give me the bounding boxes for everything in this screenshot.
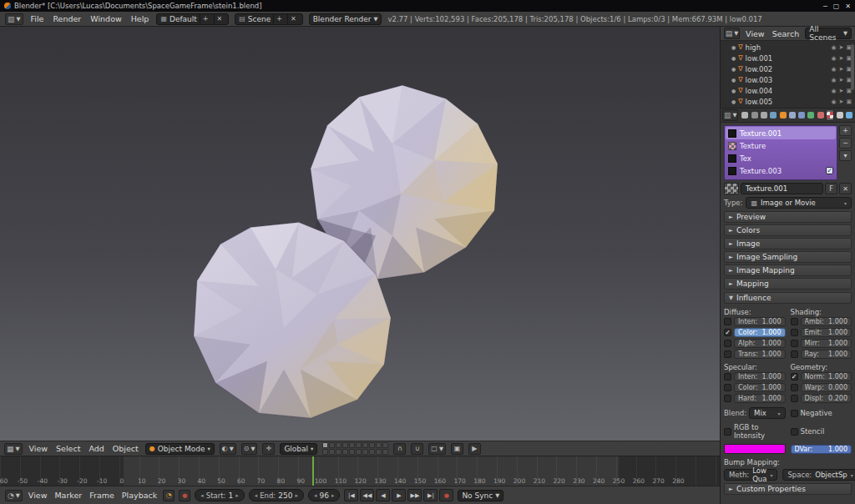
- outliner-menu-search[interactable]: Search: [771, 29, 802, 38]
- panel-header-mapping[interactable]: ►Mapping: [724, 278, 852, 290]
- texture-slot-row[interactable]: Texture.003✓: [726, 164, 836, 177]
- selectability-pointer-icon[interactable]: ➤: [839, 44, 844, 51]
- layer-toggle[interactable]: [322, 442, 328, 448]
- outliner-item[interactable]: ●∇low.001◉➤▣: [721, 53, 855, 63]
- visibility-eye-icon[interactable]: ◉: [831, 55, 836, 62]
- add-texture-slot-button[interactable]: +: [839, 125, 852, 136]
- selectability-pointer-icon[interactable]: ➤: [839, 98, 844, 105]
- texture-type-dropdown[interactable]: ▩ Image or Movie ▾: [746, 197, 852, 209]
- layer-toggle[interactable]: [349, 442, 355, 448]
- layer-toggle[interactable]: [329, 442, 335, 448]
- transform-orientation-selector[interactable]: Global ▾: [280, 443, 317, 455]
- layer-toggle[interactable]: [376, 442, 382, 448]
- layer-toggle[interactable]: [342, 442, 348, 448]
- selectability-pointer-icon[interactable]: ➤: [839, 77, 844, 83]
- render-layers-tab-button[interactable]: [751, 109, 759, 121]
- influence-checkbox[interactable]: ✓: [791, 373, 798, 381]
- influence-slider[interactable]: Norm:1.000: [801, 372, 852, 381]
- constraints-tab-button[interactable]: [788, 109, 797, 121]
- manipulator-toggle[interactable]: ✛: [262, 443, 275, 455]
- timeline-current-frame-cursor[interactable]: [312, 456, 314, 486]
- editor-type-timeline-button[interactable]: ◔▼: [5, 490, 23, 501]
- remove-scene-button[interactable]: ✕: [287, 14, 299, 24]
- rgb-to-intensity-checkbox[interactable]: [724, 428, 731, 436]
- influence-slider[interactable]: Alph:1.000: [734, 339, 786, 348]
- texture-tab-button[interactable]: [826, 109, 835, 121]
- outliner-item[interactable]: ●∇low.002◉➤▣: [721, 63, 855, 74]
- influence-checkbox[interactable]: [724, 384, 731, 391]
- custom-properties-panel-header[interactable]: ► Custom Properties: [724, 483, 852, 495]
- layer-toggle[interactable]: [362, 449, 368, 455]
- panel-header-colors[interactable]: ►Colors: [724, 224, 852, 236]
- layer-toggle[interactable]: [362, 442, 368, 448]
- influence-slider[interactable]: Ambi:1.000: [801, 317, 852, 326]
- timeline-ruler[interactable]: -60-50-40-30-20-100102030405060708090100…: [0, 456, 720, 486]
- influence-checkbox[interactable]: [791, 384, 798, 391]
- play-button[interactable]: ▶: [392, 489, 406, 501]
- outliner-item[interactable]: ●∇high◉➤▣: [721, 42, 855, 53]
- layer-toggle[interactable]: [336, 442, 341, 448]
- panel-header-image-sampling[interactable]: ►Image Sampling: [724, 251, 852, 263]
- editor-type-info-button[interactable]: ▥▼: [5, 13, 23, 25]
- opengl-render-anim-button[interactable]: ▶: [468, 443, 481, 455]
- influence-checkbox[interactable]: [791, 329, 798, 336]
- influence-slider[interactable]: Warp:0.000: [801, 383, 852, 392]
- physics-tab-button[interactable]: [845, 109, 853, 121]
- current-frame-field[interactable]: ◂ 96 ▸: [308, 489, 340, 501]
- texture-browse-icon[interactable]: [724, 183, 739, 194]
- tl-menu-frame[interactable]: Frame: [88, 491, 116, 500]
- render-tab-button[interactable]: [741, 109, 749, 121]
- influence-slider[interactable]: Displ:0.200: [801, 394, 852, 403]
- prev-keyframe-button[interactable]: ◀◀: [360, 489, 374, 501]
- particles-tab-button[interactable]: [835, 109, 843, 121]
- modifiers-tab-button[interactable]: [797, 109, 806, 121]
- vp-menu-select[interactable]: Select: [54, 444, 82, 453]
- influence-slider[interactable]: Trans:1.000: [734, 350, 786, 359]
- influence-slider[interactable]: Hard:1.000: [734, 394, 786, 403]
- screen-layout-selector[interactable]: ▦ Default + ✕: [156, 13, 229, 25]
- menu-file[interactable]: File: [29, 14, 46, 23]
- close-button[interactable]: ✕: [845, 3, 851, 10]
- play-reverse-button[interactable]: ◀: [376, 489, 390, 501]
- outliner-item[interactable]: ●∇low.003◉➤▣: [721, 74, 855, 85]
- visibility-eye-icon[interactable]: ◉: [831, 66, 836, 73]
- bump-method-dropdown[interactable]: Meth: Low Qua ▾: [724, 469, 777, 481]
- outliner-scrollbar[interactable]: [851, 44, 854, 90]
- vp-menu-add[interactable]: Add: [87, 444, 105, 453]
- outliner-item[interactable]: ●∇low.004◉➤▣: [721, 85, 855, 96]
- opengl-render-button[interactable]: ▣: [451, 443, 463, 455]
- bump-space-dropdown[interactable]: Space: ObjectSp ▾: [782, 469, 855, 481]
- scene-selector[interactable]: ▤ Scene + ✕: [235, 13, 302, 25]
- maximize-button[interactable]: ▢: [833, 3, 840, 10]
- negative-checkbox[interactable]: [791, 410, 798, 417]
- dvar-slider[interactable]: DVar: 1.000: [791, 445, 852, 454]
- texture-slot-row[interactable]: Texture.001: [726, 127, 836, 139]
- visibility-eye-icon[interactable]: ◉: [831, 88, 836, 94]
- influence-slider[interactable]: Color:1.000: [734, 383, 786, 392]
- render-camera-icon[interactable]: ▣: [846, 98, 852, 105]
- outliner-filter-selector[interactable]: All Scenes ▼: [805, 28, 852, 39]
- influence-color-swatch[interactable]: [724, 444, 786, 454]
- add-layout-button[interactable]: +: [200, 14, 211, 24]
- layer-toggle[interactable]: [356, 449, 362, 455]
- influence-slider[interactable]: Color:1.000: [734, 328, 786, 337]
- 3d-viewport[interactable]: [0, 27, 720, 441]
- menu-render[interactable]: Render: [51, 14, 83, 23]
- influence-checkbox[interactable]: ✓: [724, 329, 731, 336]
- render-engine-selector[interactable]: Blender Render ▼: [309, 13, 382, 25]
- selectability-pointer-icon[interactable]: ➤: [839, 88, 844, 94]
- influence-panel-header[interactable]: ▼ Influence: [724, 292, 852, 304]
- next-keyframe-button[interactable]: ▶▶: [407, 489, 422, 501]
- layer-toggle[interactable]: [329, 449, 335, 455]
- tl-menu-marker[interactable]: Marker: [53, 491, 83, 500]
- auto-keyframe-toggle[interactable]: ●: [179, 490, 190, 501]
- texture-slot-menu-button[interactable]: ▾: [839, 150, 852, 161]
- layer-toggle[interactable]: [342, 449, 348, 455]
- menu-window[interactable]: Window: [89, 14, 123, 23]
- visibility-eye-icon[interactable]: ◉: [831, 77, 836, 83]
- influence-checkbox[interactable]: [724, 340, 731, 347]
- object-tab-button[interactable]: [778, 109, 787, 121]
- influence-checkbox[interactable]: [791, 318, 798, 325]
- influence-slider[interactable]: Inten:1.000: [734, 317, 786, 326]
- influence-slider[interactable]: Inten:1.000: [734, 372, 786, 381]
